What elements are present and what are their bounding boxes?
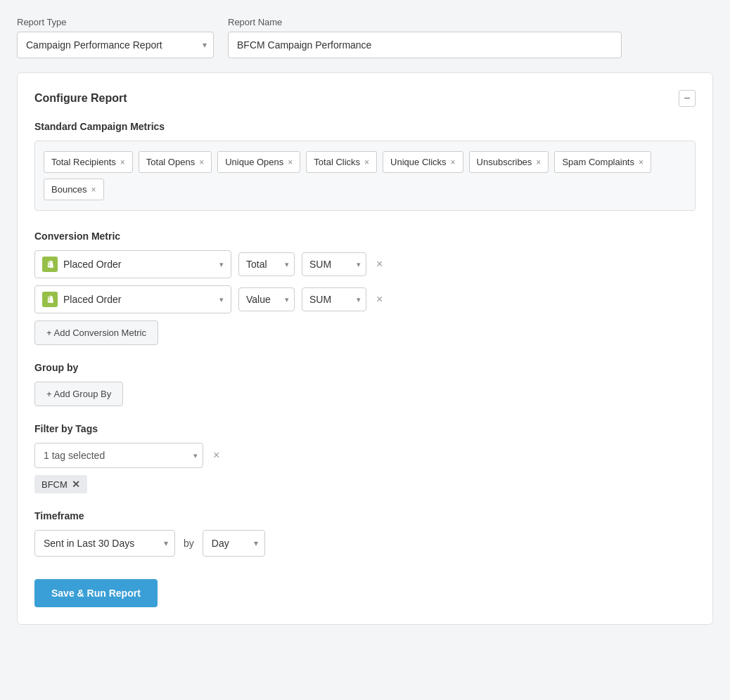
conversion-metric-title: Conversion Metric <box>34 231 696 242</box>
conversion-row-2: Placed Order ▾ Total Value Count ▾ SUM A… <box>34 285 696 313</box>
aggregation-func-select-1[interactable]: SUM AVG COUNT ▾ <box>302 252 366 276</box>
tag-select-dropdown[interactable]: 1 tag selected <box>34 443 203 468</box>
remove-tag-filter-button[interactable]: × <box>210 446 222 465</box>
standard-metrics-section: Standard Campaign Metrics Total Recipien… <box>34 121 696 211</box>
timeframe-granularity-wrapper[interactable]: Day Week Month ▾ <box>203 530 265 557</box>
top-row: Report Type Campaign Performance Report … <box>17 17 713 58</box>
remove-total-recipients-icon[interactable]: × <box>120 158 125 167</box>
group-by-section: Group by + Add Group By <box>34 362 696 406</box>
remove-unsubscribes-icon[interactable]: × <box>536 158 541 167</box>
save-run-report-button[interactable]: Save & Run Report <box>34 579 158 607</box>
placed-order-select-2[interactable]: Placed Order ▾ <box>34 285 231 313</box>
report-name-input[interactable] <box>228 32 622 58</box>
add-group-by-button[interactable]: + Add Group By <box>34 382 123 406</box>
metric-label: Total Recipients <box>51 157 116 167</box>
timeframe-row: Sent in Last 30 Days Sent in Last 7 Days… <box>34 530 696 557</box>
report-name-label: Report Name <box>228 17 622 27</box>
shopify-icon-2 <box>42 292 58 307</box>
by-label: by <box>184 538 194 549</box>
filter-by-tags-title: Filter by Tags <box>34 423 696 434</box>
metric-label: Unique Clicks <box>390 157 446 167</box>
metric-tag-total-opens: Total Opens × <box>139 151 212 173</box>
metric-tag-unsubscribes: Unsubscribes × <box>469 151 549 173</box>
metric-label: Total Clicks <box>314 157 360 167</box>
timeframe-granularity-select[interactable]: Day Week Month <box>203 530 265 557</box>
configure-panel: Configure Report − Standard Campaign Met… <box>17 72 713 625</box>
aggregation-type-select-2[interactable]: Total Value Count ▾ <box>238 287 295 311</box>
aggregation-func-dropdown-1[interactable]: SUM AVG COUNT <box>302 252 366 276</box>
placed-order-label-2: Placed Order <box>63 294 214 305</box>
placed-order-label-1: Placed Order <box>63 259 214 270</box>
remove-bounces-icon[interactable]: × <box>91 186 96 194</box>
add-conversion-metric-button[interactable]: + Add Conversion Metric <box>34 320 158 345</box>
remove-unique-clicks-icon[interactable]: × <box>451 158 456 167</box>
timeframe-period-wrapper[interactable]: Sent in Last 30 Days Sent in Last 7 Days… <box>34 530 175 557</box>
timeframe-period-select[interactable]: Sent in Last 30 Days Sent in Last 7 Days… <box>34 530 175 557</box>
tag-select-wrapper[interactable]: 1 tag selected ▾ <box>34 443 203 468</box>
collapse-icon: − <box>684 93 690 104</box>
conversion-metric-section: Conversion Metric Placed Order ▾ Total V… <box>34 231 696 345</box>
tags-row: 1 tag selected ▾ × <box>34 443 696 468</box>
metric-tag-bounces: Bounces × <box>44 179 104 200</box>
timeframe-title: Timeframe <box>34 510 696 521</box>
metric-label: Total Opens <box>146 157 195 167</box>
metric-label: Bounces <box>51 184 87 195</box>
remove-conversion-row-2-button[interactable]: × <box>373 290 385 309</box>
add-conversion-metric-label: + Add Conversion Metric <box>46 328 146 338</box>
panel-title: Configure Report <box>34 92 127 105</box>
metric-tag-total-recipients: Total Recipients × <box>44 151 133 173</box>
metric-tag-unique-clicks: Unique Clicks × <box>383 151 463 173</box>
remove-spam-complaints-icon[interactable]: × <box>639 158 643 167</box>
report-type-select[interactable]: Campaign Performance Report <box>17 32 214 58</box>
aggregation-type-dropdown-2[interactable]: Total Value Count <box>238 287 295 311</box>
placed-order-select-1[interactable]: Placed Order ▾ <box>34 250 231 278</box>
remove-total-opens-icon[interactable]: × <box>199 158 204 167</box>
placed-order-chevron-1: ▾ <box>219 260 224 269</box>
metric-label: Spam Complaints <box>562 157 634 167</box>
remove-unique-opens-icon[interactable]: × <box>288 158 293 167</box>
report-name-group: Report Name <box>228 17 622 58</box>
report-type-label: Report Type <box>17 17 214 27</box>
metrics-box: Total Recipients × Total Opens × Unique … <box>34 141 696 211</box>
remove-conversion-row-1-button[interactable]: × <box>373 255 385 273</box>
group-by-title: Group by <box>34 362 696 373</box>
add-group-by-label: + Add Group By <box>46 389 111 399</box>
collapse-button[interactable]: − <box>679 90 696 107</box>
conversion-row-1: Placed Order ▾ Total Value Count ▾ SUM A… <box>34 250 696 278</box>
metric-label: Unique Opens <box>225 157 283 167</box>
aggregation-type-dropdown-1[interactable]: Total Value Count <box>238 252 295 276</box>
metric-label: Unsubscribes <box>477 157 532 167</box>
aggregation-func-dropdown-2[interactable]: SUM AVG COUNT <box>302 287 366 311</box>
report-type-group: Report Type Campaign Performance Report … <box>17 17 214 58</box>
remove-bfcm-tag-icon[interactable]: ✕ <box>72 479 80 490</box>
shopify-icon-1 <box>42 257 58 272</box>
timeframe-section: Timeframe Sent in Last 30 Days Sent in L… <box>34 510 696 557</box>
report-type-select-wrapper[interactable]: Campaign Performance Report ▾ <box>17 32 214 58</box>
tag-chip-label: BFCM <box>41 479 68 490</box>
standard-metrics-title: Standard Campaign Metrics <box>34 121 696 132</box>
tag-chip-bfcm: BFCM ✕ <box>34 475 87 493</box>
panel-header: Configure Report − <box>34 90 696 107</box>
save-run-report-label: Save & Run Report <box>51 588 141 599</box>
aggregation-type-select-1[interactable]: Total Value Count ▾ <box>238 252 295 276</box>
filter-by-tags-section: Filter by Tags 1 tag selected ▾ × BFCM ✕ <box>34 423 696 493</box>
aggregation-func-select-2[interactable]: SUM AVG COUNT ▾ <box>302 287 366 311</box>
placed-order-chevron-2: ▾ <box>219 295 224 304</box>
metric-tag-total-clicks: Total Clicks × <box>306 151 377 173</box>
remove-total-clicks-icon[interactable]: × <box>364 158 369 167</box>
metric-tag-spam-complaints: Spam Complaints × <box>554 151 651 173</box>
metric-tag-unique-opens: Unique Opens × <box>217 151 300 173</box>
selected-tags-container: BFCM ✕ <box>34 475 696 493</box>
